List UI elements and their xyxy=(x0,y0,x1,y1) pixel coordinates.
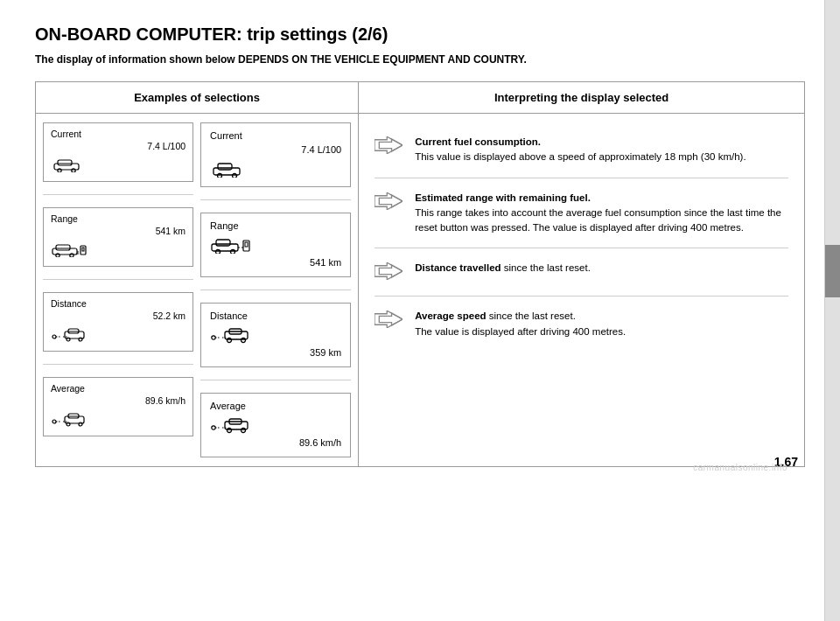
distance-value-left: 52.2 km xyxy=(51,310,186,321)
svg-rect-5 xyxy=(56,245,70,250)
arrow-icon-3 xyxy=(374,262,402,283)
svg-rect-36 xyxy=(245,242,248,247)
rsep1 xyxy=(200,199,351,200)
watermark: carmanualsonline.info xyxy=(693,463,788,472)
svg-point-50 xyxy=(242,429,246,433)
svg-rect-9 xyxy=(82,248,84,251)
svg-rect-31 xyxy=(216,240,230,246)
current-icon-left xyxy=(51,157,186,172)
display-large-average: Average xyxy=(200,393,351,457)
distance-icon-right xyxy=(210,326,341,344)
car-fuel-icon-large xyxy=(210,236,256,254)
svg-point-44 xyxy=(212,426,215,429)
display-large-range: Range xyxy=(200,213,351,277)
svg-marker-58 xyxy=(380,313,403,325)
col1-header: Examples of selections xyxy=(36,82,359,114)
distance-label-left: Distance xyxy=(51,298,186,309)
current-label-right: Current xyxy=(210,130,341,141)
average-value-right: 89.6 km/h xyxy=(210,437,341,448)
interpret-rows: Current fuel consumption. This value is … xyxy=(374,122,788,352)
interpret-text-3: Distance travelled since the last reset. xyxy=(415,261,591,276)
svg-point-28 xyxy=(218,174,222,178)
svg-point-37 xyxy=(212,336,215,339)
arrow-icon-4 xyxy=(374,310,402,331)
current-value-right: 7.4 L/100 xyxy=(210,144,341,155)
interpret-text-1: Current fuel consumption. This value is … xyxy=(415,135,746,165)
page-title: ON-BOARD COMPUTER: trip settings (2/6) xyxy=(35,24,805,45)
main-table: Examples of selections Interpreting the … xyxy=(35,81,805,467)
average-label-right: Average xyxy=(210,401,341,411)
range-icon-left xyxy=(51,241,186,257)
svg-point-42 xyxy=(228,338,232,343)
sep3 xyxy=(43,364,193,365)
car-icon-large xyxy=(210,160,248,178)
svg-point-43 xyxy=(242,338,246,343)
car-fuel-icon-small xyxy=(51,241,93,257)
rsep3 xyxy=(200,380,351,380)
range-label-right: Range xyxy=(210,220,341,231)
interpret-text-2: Estimated range with remaining fuel. Thi… xyxy=(415,191,788,236)
svg-marker-54 xyxy=(380,194,403,206)
range-value-right: 541 km xyxy=(210,257,341,268)
examples-left: Current 7.4 L/100 xyxy=(43,122,193,457)
interpret-text-4: Average speed since the last reset. The … xyxy=(415,309,626,339)
examples-inner: Current 7.4 L/100 xyxy=(43,122,351,457)
arrow-icon-1 xyxy=(374,136,402,157)
svg-rect-1 xyxy=(58,160,72,165)
svg-point-49 xyxy=(228,429,232,433)
arrow-icon-2 xyxy=(374,192,402,213)
interpret-row-2: Estimated range with remaining fuel. Thi… xyxy=(374,178,788,249)
display-box-average-left: Average 89.6 km/h xyxy=(43,377,193,436)
interpret-col: Current fuel consumption. This value is … xyxy=(359,114,805,467)
display-large-distance: Distance xyxy=(200,303,351,367)
display-large-current: Current 7.4 L/100 xyxy=(200,122,351,187)
odometer-car-icon-large xyxy=(210,326,256,344)
svg-point-12 xyxy=(52,335,56,338)
odometer-car-icon-small2 xyxy=(51,411,89,427)
distance-label-right: Distance xyxy=(210,310,341,321)
examples-col: Current 7.4 L/100 xyxy=(36,114,359,467)
display-box-distance-left: Distance 52.2 km xyxy=(43,292,193,352)
average-icon-left xyxy=(51,411,186,427)
col2-header: Interpreting the display selected xyxy=(359,82,805,114)
interpret-row-3: Distance travelled since the last reset. xyxy=(374,248,788,297)
examples-right: Current 7.4 L/100 xyxy=(200,122,351,457)
svg-point-33 xyxy=(231,250,235,255)
interpret-row-1: Current fuel consumption. This value is … xyxy=(374,122,788,178)
average-label-left: Average xyxy=(51,383,186,394)
car-icon-small xyxy=(51,157,84,172)
svg-point-19 xyxy=(52,420,56,423)
rsep2 xyxy=(200,290,351,290)
page-content: ON-BOARD COMPUTER: trip settings (2/6) T… xyxy=(0,0,840,485)
current-icon-right xyxy=(210,160,341,178)
range-icon-right xyxy=(210,236,341,254)
display-box-current-left: Current 7.4 L/100 xyxy=(43,122,193,182)
svg-marker-52 xyxy=(380,139,403,151)
page-subtitle: The display of information shown below D… xyxy=(35,53,805,66)
sep2 xyxy=(43,279,193,280)
distance-value-right: 359 km xyxy=(210,347,341,358)
svg-point-29 xyxy=(233,174,237,178)
current-value-left: 7.4 L/100 xyxy=(51,141,186,151)
interpret-row-4: Average speed since the last reset. The … xyxy=(374,297,788,352)
sep1 xyxy=(43,194,193,195)
current-label-left: Current xyxy=(51,129,186,139)
range-value-left: 541 km xyxy=(51,226,186,236)
svg-marker-56 xyxy=(380,265,403,277)
odometer-car-icon-small xyxy=(51,326,89,342)
average-value-left: 89.6 km/h xyxy=(51,395,186,406)
range-label-left: Range xyxy=(51,213,186,224)
display-box-range-left: Range 541 km xyxy=(43,207,193,267)
average-icon-right xyxy=(210,416,341,434)
distance-icon-left xyxy=(51,326,186,342)
svg-point-32 xyxy=(216,250,220,255)
svg-rect-27 xyxy=(218,164,232,170)
odometer-car-icon-large2 xyxy=(210,416,256,434)
